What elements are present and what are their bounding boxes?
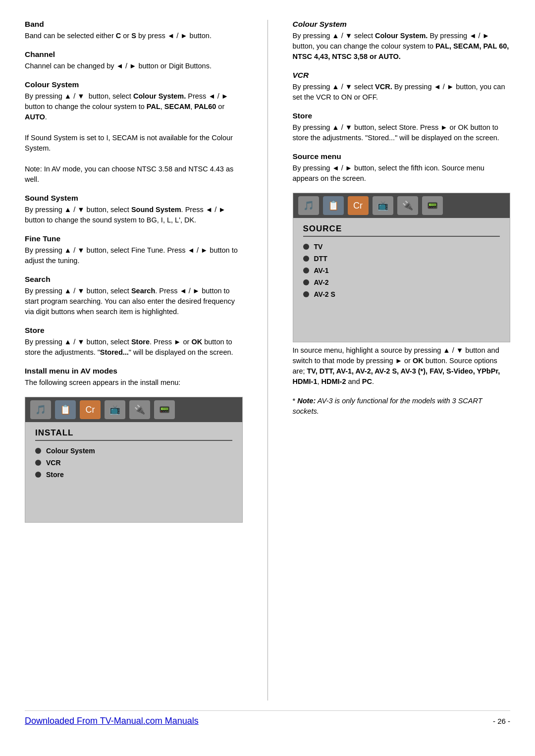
install-menu-header: INSTALL [35, 428, 232, 441]
section-colour-system-left-title: Colour System [25, 80, 243, 89]
section-vcr-body: By pressing ▲ / ▼ select VCR. By pressin… [293, 82, 511, 103]
install-menu-content: INSTALL Colour System VCR Store [25, 422, 242, 522]
section-install-menu-title: Install menu in AV modes [25, 367, 243, 376]
source-menu-icon-2: 📋 [323, 196, 344, 215]
install-menu-item-0: Colour System [35, 447, 232, 455]
source-menu-item-label-3: AV-2 [314, 278, 329, 286]
section-note-body: * Note: AV-3 is only functional for the … [293, 396, 511, 417]
install-menu-item-label-2: Store [46, 471, 64, 479]
section-search-body: By pressing ▲ / ▼ button, select Search.… [25, 286, 243, 317]
menu-icon-6: 📟 [154, 400, 175, 419]
source-menu-header: SOURCE [303, 224, 500, 237]
section-note: * Note: AV-3 is only functional for the … [293, 396, 511, 417]
section-source-menu-title: Source menu [293, 152, 511, 161]
section-fine-tune-title: Fine Tune [25, 234, 243, 243]
section-vcr: VCR By pressing ▲ / ▼ select VCR. By pre… [293, 71, 511, 103]
page-footer: Downloaded From TV-Manual.com Manuals - … [25, 710, 510, 726]
section-colour-system-right: Colour System By pressing ▲ / ▼ select C… [293, 20, 511, 62]
source-menu-empty-space [303, 302, 500, 332]
section-sound-system: Sound System By pressing ▲ / ▼ button, s… [25, 194, 243, 225]
section-vcr-title: VCR [293, 71, 511, 80]
source-menu-item-label-2: AV-1 [314, 267, 329, 274]
install-menu-bullet-0 [35, 448, 41, 454]
section-source-menu-body: By pressing ◄ / ► button, select the fif… [293, 163, 511, 184]
source-menu-box: 🎵 📋 Cr 📺 🔌 📟 SOURCE TV DTT [293, 193, 511, 342]
section-channel-body: Channel can be changed by ◄ / ► button o… [25, 61, 243, 71]
install-menu-bullet-2 [35, 472, 41, 478]
page: Band Band can be selected either C or S … [0, 0, 535, 756]
main-columns: Band Band can be selected either C or S … [25, 20, 510, 701]
section-store-left-title: Store [25, 326, 243, 335]
source-menu-item-1: DTT [303, 255, 500, 263]
section-channel: Channel Channel can be changed by ◄ / ► … [25, 50, 243, 71]
footer-page-number: - 26 - [493, 717, 510, 725]
install-menu-empty-space [35, 483, 232, 512]
column-divider [268, 20, 268, 701]
source-menu-item-2: AV-1 [303, 267, 500, 274]
footer-link[interactable]: Downloaded From TV-Manual.com Manuals [25, 716, 199, 726]
install-menu-item-2: Store [35, 471, 232, 479]
menu-icon-4: 📺 [105, 400, 125, 419]
install-menu-box: 🎵 📋 Cr 📺 🔌 📟 INSTALL Colour System [25, 397, 243, 523]
source-menu-icons-bar: 🎵 📋 Cr 📺 🔌 📟 [293, 193, 510, 218]
install-menu-item-1: VCR [35, 459, 232, 467]
section-colour-system-right-title: Colour System [293, 20, 511, 29]
section-store-left: Store By pressing ▲ / ▼ button, select S… [25, 326, 243, 358]
section-sound-system-body: By pressing ▲ / ▼ button, select Sound S… [25, 205, 243, 225]
right-column: Colour System By pressing ▲ / ▼ select C… [288, 20, 511, 701]
section-search-title: Search [25, 275, 243, 284]
section-colour-system-right-body: By pressing ▲ / ▼ select Colour System. … [293, 31, 511, 62]
section-install-menu-body: The following screen appears in the inst… [25, 378, 243, 388]
menu-icon-2: 📋 [55, 400, 76, 419]
section-store-right-title: Store [293, 111, 511, 120]
install-menu-item-label-1: VCR [46, 459, 61, 467]
source-menu-item-0: TV [303, 243, 500, 251]
section-install-menu: Install menu in AV modes The following s… [25, 367, 243, 388]
section-colour-system-left: Colour System By pressing ▲ / ▼ button, … [25, 80, 243, 185]
section-band: Band Band can be selected either C or S … [25, 20, 243, 41]
section-colour-system-left-body: By pressing ▲ / ▼ button, select Colour … [25, 91, 243, 185]
section-after-source: In source menu, highlight a source by pr… [293, 345, 511, 387]
left-column: Band Band can be selected either C or S … [25, 20, 248, 701]
source-menu-icon-5: 🔌 [397, 196, 418, 215]
source-menu-icon-4: 📺 [373, 196, 393, 215]
source-menu-icon-3: Cr [348, 196, 369, 215]
section-band-body: Band can be selected either C or S by pr… [25, 31, 243, 41]
section-store-right: Store By pressing ▲ / ▼ button, select S… [293, 111, 511, 143]
install-menu-icons-bar: 🎵 📋 Cr 📺 🔌 📟 [25, 397, 242, 422]
source-menu-bullet-0 [303, 244, 309, 250]
section-store-right-body: By pressing ▲ / ▼ button, select Store. … [293, 122, 511, 143]
menu-icon-3: Cr [80, 400, 101, 419]
source-menu-bullet-2 [303, 268, 309, 273]
source-menu-icon-1: 🎵 [298, 196, 319, 215]
menu-icon-5: 🔌 [129, 400, 150, 419]
install-menu-bullet-1 [35, 460, 41, 466]
source-menu-item-label-4: AV-2 S [314, 290, 335, 298]
section-after-source-body: In source menu, highlight a source by pr… [293, 345, 511, 387]
section-search: Search By pressing ▲ / ▼ button, select … [25, 275, 243, 317]
source-menu-item-label-0: TV [314, 243, 323, 251]
source-menu-content: SOURCE TV DTT AV-1 AV-2 [293, 218, 510, 342]
source-menu-bullet-3 [303, 279, 309, 285]
source-menu-item-4: AV-2 S [303, 290, 500, 298]
source-menu-item-3: AV-2 [303, 278, 500, 286]
install-menu-item-label-0: Colour System [46, 447, 95, 455]
source-menu-item-label-1: DTT [314, 255, 327, 263]
source-menu-bullet-4 [303, 291, 309, 297]
section-source-menu: Source menu By pressing ◄ / ► button, se… [293, 152, 511, 184]
source-menu-bullet-1 [303, 256, 309, 262]
section-store-left-body: By pressing ▲ / ▼ button, select Store. … [25, 337, 243, 358]
menu-icon-1: 🎵 [30, 400, 51, 419]
section-channel-title: Channel [25, 50, 243, 59]
section-fine-tune-body: By pressing ▲ / ▼ button, select Fine Tu… [25, 245, 243, 266]
section-fine-tune: Fine Tune By pressing ▲ / ▼ button, sele… [25, 234, 243, 266]
section-band-title: Band [25, 20, 243, 29]
section-sound-system-title: Sound System [25, 194, 243, 203]
source-menu-icon-6: 📟 [422, 196, 443, 215]
